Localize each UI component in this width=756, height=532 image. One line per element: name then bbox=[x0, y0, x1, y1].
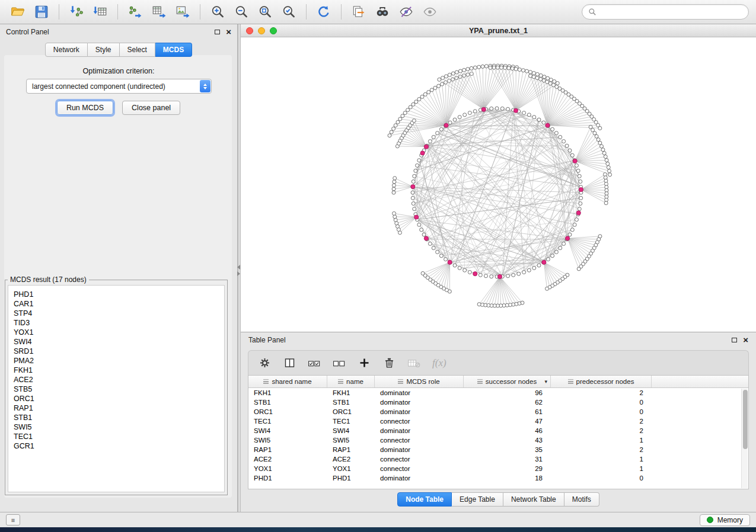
export-network-button[interactable] bbox=[125, 2, 146, 21]
mcds-result-item[interactable]: FKH1 bbox=[14, 366, 219, 375]
table-row[interactable]: SWI5SWI5connector431 bbox=[248, 435, 748, 445]
toolbar-separator bbox=[59, 4, 59, 20]
mcds-result-item[interactable]: STP4 bbox=[14, 309, 219, 318]
table-toolbar: f(x) bbox=[248, 350, 749, 375]
float-panel-icon[interactable] bbox=[732, 338, 737, 342]
table-cell: dominator bbox=[375, 389, 464, 396]
show-hide-button[interactable] bbox=[419, 2, 441, 21]
table-row[interactable]: FKH1FKH1dominator962 bbox=[248, 388, 748, 398]
mcds-result-item[interactable]: SWI5 bbox=[14, 422, 219, 432]
column-header-name[interactable]: name bbox=[327, 376, 375, 387]
tab-mcds[interactable]: MCDS bbox=[155, 43, 192, 57]
minimize-window-icon[interactable] bbox=[258, 27, 265, 34]
tab-node-table[interactable]: Node Table bbox=[397, 492, 452, 507]
tab-motifs[interactable]: Motifs bbox=[564, 492, 599, 507]
column-header-successor-nodes[interactable]: successor nodes▾ bbox=[464, 376, 551, 387]
mcds-result-item[interactable]: SWI4 bbox=[14, 337, 219, 347]
search-box[interactable] bbox=[582, 4, 749, 20]
delete-rows-button[interactable] bbox=[382, 357, 395, 370]
mcds-result-item[interactable]: STB5 bbox=[14, 384, 219, 394]
splitter-collapse-icons[interactable] bbox=[237, 265, 240, 276]
refresh-icon bbox=[316, 4, 331, 20]
network-canvas[interactable] bbox=[241, 37, 756, 332]
table-row[interactable]: ACE2ACE2connector311 bbox=[248, 454, 748, 464]
zoom-out-button[interactable] bbox=[231, 2, 252, 21]
add-row-button[interactable] bbox=[358, 357, 371, 370]
select-all-button[interactable] bbox=[308, 357, 321, 370]
table-row[interactable]: ORC1ORC1dominator610 bbox=[248, 407, 748, 416]
table-settings-button[interactable] bbox=[258, 357, 271, 370]
open-file-button[interactable] bbox=[7, 2, 28, 21]
column-header-shared-name[interactable]: shared name bbox=[248, 376, 327, 387]
split-panel-button[interactable] bbox=[283, 357, 296, 370]
collapse-left-icon[interactable] bbox=[237, 265, 240, 270]
tab-style[interactable]: Style bbox=[88, 43, 120, 57]
table-row[interactable]: TEC1TEC1connector472 bbox=[248, 416, 748, 426]
table-row[interactable]: PHD1PHD1dominator180 bbox=[248, 473, 748, 483]
column-header-predecessor-nodes[interactable]: predecessor nodes bbox=[551, 376, 652, 387]
table-row[interactable]: SWI4SWI4dominator462 bbox=[248, 426, 748, 435]
mcds-result-item[interactable]: GCR1 bbox=[14, 441, 219, 451]
mcds-result-item[interactable]: RAP1 bbox=[14, 403, 219, 413]
table-cell: dominator bbox=[375, 408, 464, 415]
export-table-button[interactable] bbox=[148, 2, 170, 21]
zoom-in-button[interactable] bbox=[207, 2, 228, 21]
panel-menu-button[interactable]: ≡ bbox=[6, 514, 20, 525]
mcds-result-item[interactable]: TID3 bbox=[14, 318, 219, 328]
find-button[interactable] bbox=[372, 2, 393, 21]
close-window-icon[interactable] bbox=[246, 27, 253, 34]
clear-table-button[interactable] bbox=[407, 357, 420, 370]
export-image-button[interactable] bbox=[172, 2, 193, 21]
mcds-result-item[interactable]: ACE2 bbox=[14, 375, 219, 384]
function-builder-button[interactable]: f(x) bbox=[432, 357, 446, 369]
table-cell: dominator bbox=[375, 427, 464, 434]
table-cell: connector bbox=[375, 437, 464, 444]
deselect-all-button[interactable] bbox=[333, 357, 346, 370]
mcds-result-title: MCDS result (17 nodes) bbox=[8, 275, 89, 284]
mcds-result-item[interactable]: STB1 bbox=[14, 413, 219, 422]
zoom-selected-button[interactable] bbox=[278, 2, 299, 21]
mcds-result-item[interactable]: CAR1 bbox=[14, 299, 219, 309]
tab-network-table[interactable]: Network Table bbox=[503, 492, 564, 507]
search-input[interactable] bbox=[600, 8, 742, 16]
clone-network-button[interactable] bbox=[348, 2, 369, 21]
binoculars-icon bbox=[375, 4, 390, 20]
column-menu-icon[interactable]: ▾ bbox=[544, 379, 547, 384]
collapse-right-icon[interactable] bbox=[237, 271, 240, 276]
refresh-button[interactable] bbox=[313, 2, 334, 21]
mcds-result-item[interactable]: PHD1 bbox=[14, 290, 219, 299]
close-panel-icon[interactable]: × bbox=[743, 337, 748, 343]
table-cell: 2 bbox=[551, 418, 652, 425]
mcds-result-item[interactable]: YOX1 bbox=[14, 328, 219, 337]
close-panel-button[interactable]: Close panel bbox=[122, 101, 180, 115]
scrollbar-thumb[interactable] bbox=[743, 390, 748, 449]
hamburger-icon: ≡ bbox=[11, 517, 15, 524]
toolbar-separator bbox=[341, 4, 342, 20]
memory-button[interactable]: Memory bbox=[700, 514, 750, 526]
sort-icon bbox=[263, 379, 269, 384]
tab-select[interactable]: Select bbox=[120, 43, 155, 57]
mcds-result-item[interactable]: ORC1 bbox=[14, 394, 219, 403]
import-table-button[interactable] bbox=[90, 2, 111, 21]
column-header-MCDS-role[interactable]: MCDS role bbox=[375, 376, 464, 387]
table-row[interactable]: RAP1RAP1dominator352 bbox=[248, 445, 748, 454]
run-mcds-button[interactable]: Run MCDS bbox=[57, 101, 113, 115]
table-row[interactable]: STB1STB1dominator620 bbox=[248, 398, 748, 407]
import-network-button[interactable] bbox=[66, 2, 87, 21]
table-row[interactable]: YOX1YOX1connector291 bbox=[248, 464, 748, 473]
mcds-result-item[interactable]: PMA2 bbox=[14, 356, 219, 366]
eye-slash-icon bbox=[398, 4, 414, 20]
float-panel-icon[interactable] bbox=[215, 30, 220, 34]
mcds-result-list[interactable]: PHD1CAR1STP4TID3YOX1SWI4SRD1PMA2FKH1ACE2… bbox=[8, 285, 225, 492]
tab-network[interactable]: Network bbox=[45, 43, 88, 57]
table-scrollbar[interactable] bbox=[741, 389, 748, 488]
optimization-select[interactable]: largest connected component (undirected) bbox=[26, 79, 212, 94]
tab-edge-table[interactable]: Edge Table bbox=[452, 492, 503, 507]
save-session-button[interactable] bbox=[31, 2, 52, 21]
zoom-fit-button[interactable] bbox=[254, 2, 276, 21]
mcds-result-item[interactable]: SRD1 bbox=[14, 347, 219, 356]
mcds-result-item[interactable]: TEC1 bbox=[14, 432, 219, 441]
close-panel-icon[interactable]: × bbox=[226, 29, 231, 35]
maximize-window-icon[interactable] bbox=[270, 27, 277, 34]
visual-style-button[interactable] bbox=[395, 2, 417, 21]
